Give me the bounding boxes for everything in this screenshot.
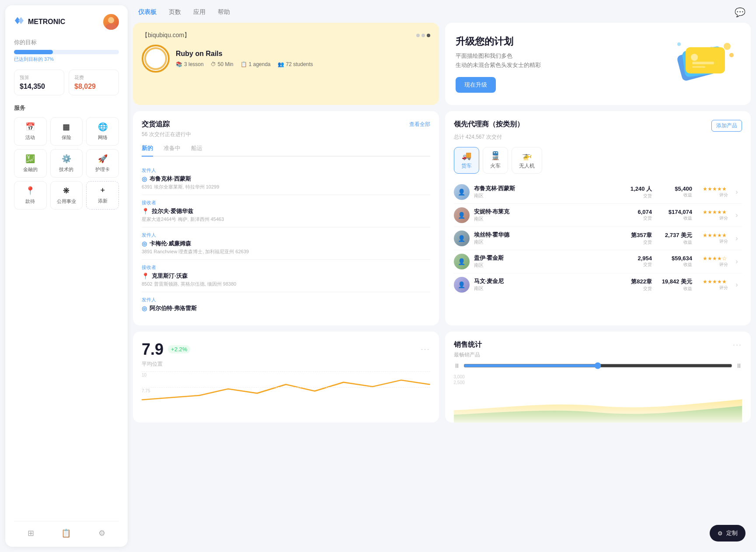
pause-icon-left[interactable]: ⏸: [454, 362, 460, 369]
upgrade-text: 升级您的计划 平面描绘图和我们多色 生动的未混合紫色头发女士的精彩 现在升级: [456, 35, 541, 93]
agent-arrow-4[interactable]: ›: [732, 256, 742, 267]
category-tabs: 🚚 货车 🚆 火车 🚁 无人机: [454, 147, 742, 174]
receiver-addr-4: 8502 普雷斯顿路, 英格尔伍德, 缅因州 98380: [142, 281, 430, 287]
agent-row-2: 👤 安妮特·布莱克 南区 6,074 交货 $174,074 收益 ★★★★★ …: [454, 204, 742, 227]
bottom-right-card: 销售统计 ··· 最畅销产品 ⏸ ⏸ 3,000 2,500: [445, 332, 751, 423]
agent-arrow-3[interactable]: ›: [732, 233, 742, 244]
goal-section: 你的目标 已达到目标的 37%: [14, 38, 119, 63]
svg-rect-4: [686, 47, 725, 73]
chart-y-3000: 3,000: [454, 374, 742, 379]
agents-header: 领先代理商（按类别） 添加产品: [454, 120, 742, 132]
agent-avatar-1: 👤: [454, 184, 470, 200]
avatar: [103, 14, 119, 30]
agent-stat-4: 2,954 交货: [617, 255, 652, 268]
train-icon: 🚆: [491, 151, 500, 161]
students-icon: 👥: [278, 61, 284, 67]
nav-apps[interactable]: 应用: [193, 8, 206, 16]
sender-addr-3: 3891 Ranchview 理查森博士, 加利福尼亚州 62639: [142, 248, 430, 255]
agent-arrow-1[interactable]: ›: [732, 187, 742, 197]
delivery-tabs: 新的 准备中 船运: [142, 144, 430, 157]
agent-trans-label-2: 交货: [617, 215, 652, 221]
cat-truck[interactable]: 🚚 货车: [454, 147, 479, 174]
agent-region-2: 南区: [474, 216, 617, 222]
more-button-left[interactable]: ···: [421, 345, 430, 354]
chat-icon[interactable]: 💬: [735, 7, 746, 17]
service-nursing[interactable]: 🚀 护理卡: [86, 149, 119, 178]
agent-avatar-5: 👤: [454, 277, 470, 293]
delivery-card: 交货追踪 查看全部 56 次交付正在进行中 新的 准备中 船运 发件人 ◎ 布鲁…: [133, 111, 439, 325]
service-add[interactable]: + 添新: [86, 181, 119, 210]
agent-revenue-3: 2,737 美元 收益: [657, 231, 692, 245]
course-card: 【biqubiqu.com】 Ruby on Rails 📚 3 l: [133, 23, 439, 105]
add-product-button[interactable]: 添加产品: [711, 120, 742, 132]
agent-name-section-3: 埃丝特·霍华德 南区: [474, 231, 617, 245]
settings-icon[interactable]: ⚙: [98, 528, 105, 538]
stars-4: ★★★★☆: [703, 255, 728, 262]
upgrade-desc1: 平面描绘图和我们多色: [456, 52, 512, 59]
service-hospitality[interactable]: 📍 款待: [14, 181, 47, 210]
agent-rev-label-5: 收益: [657, 286, 692, 292]
service-insurance[interactable]: ▦ 保险: [50, 117, 83, 146]
agents-subtitle: 总计 424,567 次交付: [454, 133, 742, 141]
sender-circle-5: ◎: [142, 305, 147, 312]
dot2: [422, 34, 425, 37]
customize-button[interactable]: ⚙ 定制: [710, 525, 746, 542]
service-grid: 📅 活动 ▦ 保险 🌐 网络 💹 金融的 ⚙️ 技术的 🚀 护理卡 📍 款待 ❋: [14, 117, 119, 210]
agent-rating-5: ★★★★★ 评分: [697, 279, 728, 291]
delivery-subtitle: 56 次交付正在进行中: [142, 131, 430, 138]
cat-train-label: 火车: [490, 162, 501, 170]
upgrade-button[interactable]: 现在升级: [456, 77, 496, 93]
agent-arrow-5[interactable]: ›: [732, 279, 742, 290]
nav-help[interactable]: 帮助: [218, 8, 230, 16]
pause-icon-right[interactable]: ⏸: [736, 362, 742, 369]
budget-label: 预算: [20, 74, 59, 81]
expense-value: $8,029: [74, 83, 113, 91]
agent-stat-2: 6,074 交货: [617, 209, 652, 221]
service-activity[interactable]: 📅 活动: [14, 117, 47, 146]
rating-label-1: 评分: [697, 192, 728, 198]
course-agenda: 📋 1 agenda: [240, 61, 271, 67]
more-button-right[interactable]: ···: [733, 340, 742, 349]
service-finance[interactable]: 💹 金融的: [14, 149, 47, 178]
rating-label-5: 评分: [697, 285, 728, 291]
progress-fill: [14, 50, 53, 54]
course-circle: [142, 45, 170, 73]
insurance-label: 保险: [62, 134, 71, 141]
tab-shipping[interactable]: 船运: [191, 144, 202, 156]
nav-dashboard[interactable]: 仪表板: [138, 8, 157, 16]
rating-label-3: 评分: [697, 238, 728, 245]
receiver-role-4: 接收者: [142, 264, 430, 271]
receiver-name-2: 📍 拉尔夫·爱德华兹: [142, 207, 430, 215]
topnav: 仪表板 页数 应用 帮助 💬: [133, 5, 751, 23]
agent-transactions-3: 第357章: [617, 231, 652, 239]
cat-train[interactable]: 🚆 火车: [483, 147, 508, 174]
service-network[interactable]: 🌐 网络: [86, 117, 119, 146]
service-tech[interactable]: ⚙️ 技术的: [50, 149, 83, 178]
course-url: 【biqubiqu.com】: [142, 31, 190, 39]
delivery-item-3: 发件人 ◎ 卡梅伦·威廉姆森 3891 Ranchview 理查森博士, 加利福…: [142, 227, 430, 260]
budget-row: 预算 $14,350 花费 $8,029: [14, 70, 119, 95]
view-all-link[interactable]: 查看全部: [409, 121, 430, 128]
rating-label-4: 评分: [697, 262, 728, 268]
sales-area-svg: [454, 393, 742, 423]
sender-circle-1: ◎: [142, 175, 147, 182]
document-icon[interactable]: 📋: [61, 528, 71, 538]
agent-row-1: 👤 布鲁克林·西蒙斯 南区 1,240 人 交货 $5,400 收益 ★★★★★…: [454, 181, 742, 204]
receiver-name-4: 📍 克里斯汀·沃森: [142, 272, 430, 280]
sender-name-3: ◎ 卡梅伦·威廉姆森: [142, 240, 430, 248]
expense-label: 花费: [74, 74, 113, 81]
chart-range-slider[interactable]: [463, 362, 733, 369]
finance-icon: 💹: [25, 154, 35, 164]
nav-pages[interactable]: 页数: [169, 8, 181, 16]
agent-arrow-2[interactable]: ›: [732, 210, 742, 220]
agent-name-2: 安妮特·布莱克: [474, 208, 617, 216]
services-title: 服务: [14, 104, 119, 112]
expense-card: 花费 $8,029: [69, 70, 119, 95]
layers-icon[interactable]: ⊞: [28, 528, 34, 538]
tab-new[interactable]: 新的: [142, 144, 153, 157]
cat-drone[interactable]: 🚁 无人机: [512, 147, 542, 174]
tab-preparing[interactable]: 准备中: [164, 144, 181, 156]
hospitality-icon: 📍: [25, 186, 35, 196]
cat-truck-label: 货车: [461, 162, 472, 170]
service-public[interactable]: ❋ 公用事业: [50, 181, 83, 210]
